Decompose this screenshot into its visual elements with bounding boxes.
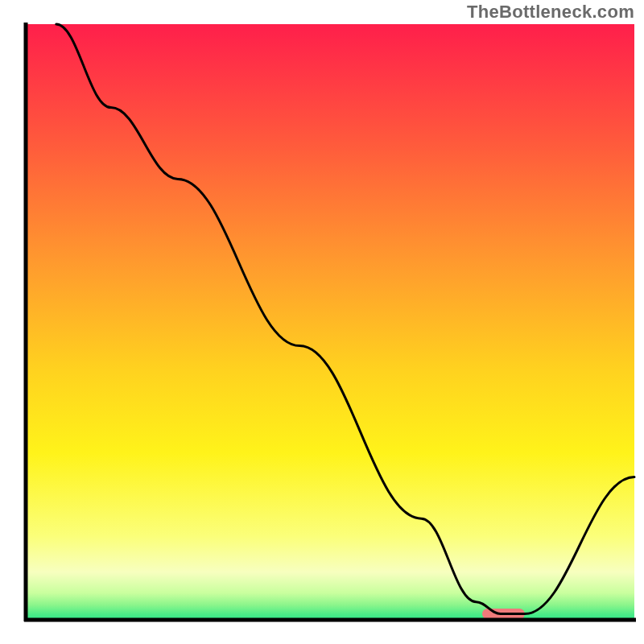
- chart-container: TheBottleneck.com: [0, 0, 644, 644]
- gradient-background: [26, 24, 634, 620]
- bottleneck-chart: [0, 0, 644, 644]
